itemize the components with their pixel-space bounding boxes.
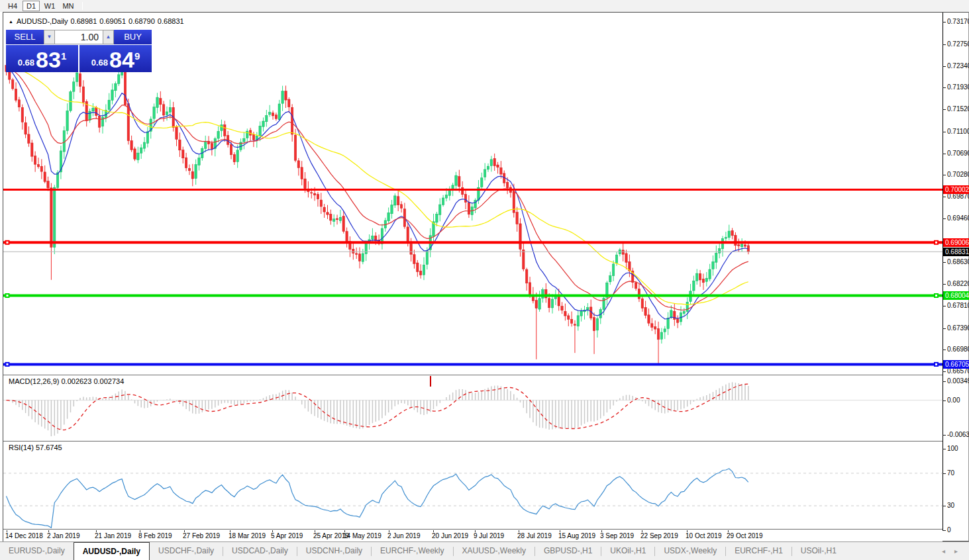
price-tick-label: 0.71520 [947, 105, 969, 113]
price-tick-label: 0.70690 [947, 150, 969, 157]
price-level-badge: 0.68004 [943, 291, 969, 300]
tab-usdx-weekly[interactable]: USDX-,Weekly [655, 542, 725, 560]
date-label: 18 Mar 2019 [229, 532, 266, 539]
timeframe-button-w1[interactable]: W1 [41, 1, 58, 11]
tab-scroll-right-icon[interactable]: ▸ [950, 547, 962, 555]
macd-signal-line [7, 384, 748, 430]
chart-symbol: AUDUSD-,Daily [17, 17, 68, 25]
date-label: 10 Oct 2019 [686, 532, 721, 539]
date-label: 8 Feb 2019 [138, 532, 172, 539]
price-tick-dash [943, 175, 946, 175]
price-tick-label: 0.72340 [947, 62, 969, 70]
sell-button[interactable]: SELL [6, 30, 44, 44]
date-label: 5 Apr 2019 [271, 532, 303, 539]
price-tick-label: 0.68220 [947, 280, 969, 287]
tab-usdcnh-daily[interactable]: USDCNH-,Daily [297, 542, 371, 560]
sell-price-main: 83 [36, 50, 61, 70]
ma-slow [7, 68, 748, 305]
buy-button[interactable]: BUY [114, 30, 152, 44]
tab-eurchf-h1[interactable]: EURCHF-,H1 [726, 542, 791, 560]
toolbar-separator [82, 2, 83, 10]
rsi-tick-dash [943, 449, 946, 449]
volume-input[interactable] [55, 30, 103, 44]
sell-price-button[interactable]: 0.68831 [6, 45, 78, 72]
tab-usoil-h1[interactable]: USOil-,H1 [792, 542, 845, 560]
ohlc-close: 0.68831 [158, 17, 184, 25]
timeframe-toolbar: H4D1W1MN [0, 0, 969, 12]
price-tick-dash [943, 44, 946, 45]
price-level-badge: 0.69006 [943, 238, 969, 247]
rsi-tick-label: 70 [947, 469, 954, 477]
macd-tick-dash [943, 400, 946, 401]
price-tick-label: 0.67390 [947, 324, 969, 332]
timeframe-button-d1[interactable]: D1 [23, 1, 40, 11]
timeframe-button-h4[interactable]: H4 [4, 1, 21, 11]
buy-price-button[interactable]: 0.68849 [79, 45, 152, 72]
date-label: 29 Oct 2019 [727, 532, 762, 539]
price-axis-line [943, 13, 943, 530]
rsi-canvas[interactable] [3, 441, 943, 530]
date-label: 9 Jul 2019 [474, 532, 504, 539]
date-label: 21 Jan 2019 [95, 532, 131, 539]
price-tick-dash [943, 284, 946, 285]
bid-price-badge: 0.68831 [943, 248, 969, 256]
tab-ukoil-h1[interactable]: UKOil-,H1 [601, 542, 654, 560]
tab-eurusd-daily[interactable]: EURUSD-,Daily [0, 542, 74, 560]
one-click-trade-panel: SELL ▼ ▲ BUY 0.68831 0.68849 [6, 30, 152, 72]
rsi-line [7, 469, 748, 528]
buy-price-pip: 9 [134, 50, 140, 62]
panel-divider-macd[interactable] [3, 375, 943, 376]
ohlc-low: 0.68790 [128, 17, 155, 25]
macd-canvas[interactable] [3, 375, 943, 441]
volume-increase-button[interactable]: ▲ [103, 30, 114, 44]
rsi-tick-dash [943, 506, 946, 506]
price-tick-label: 0.69460 [947, 214, 969, 222]
date-label: 2 Jan 2019 [47, 532, 80, 539]
chart-window: 0.731700.727500.723400.719300.715200.711… [3, 12, 969, 541]
price-tick-label: 0.72750 [947, 40, 969, 48]
tab-scroll-arrows: ◂▸ [937, 542, 969, 560]
tab-audusd-daily[interactable]: AUDUSD-,Daily [74, 542, 150, 560]
tab-eurchf-weekly[interactable]: EURCHF-,Weekly [372, 542, 452, 560]
date-label: 14 May 2019 [343, 532, 382, 539]
rsi-label: RSI(14) 57.6745 [9, 443, 62, 451]
macd-tick-label: 0.00 [947, 397, 960, 404]
date-axis[interactable]: 14 Dec 20182 Jan 201921 Jan 20198 Feb 20… [3, 530, 943, 542]
tab-usdchf-daily[interactable]: USDCHF-,Daily [150, 542, 223, 560]
price-tick-dash [943, 350, 946, 350]
price-level-badge: 0.70002 [943, 185, 969, 194]
rsi-tick-dash [943, 473, 946, 474]
symbol-tab-bar: EURUSD-,DailyAUDUSD-,DailyUSDCHF-,DailyU… [0, 541, 969, 560]
tab-gbpusd-h1[interactable]: GBPUSD-,H1 [535, 542, 601, 560]
volume-decrease-button[interactable]: ▼ [44, 30, 55, 44]
price-level-badge: 0.66705 [943, 360, 969, 369]
date-label: 27 Feb 2019 [183, 532, 220, 539]
price-tick-dash [943, 197, 946, 197]
macd-tick-label: -0.00637 [947, 431, 969, 438]
macd-tick-dash [943, 381, 946, 382]
price-tick-label: 0.67810 [947, 302, 969, 309]
price-tick-label: 0.71930 [947, 83, 969, 91]
price-tick-dash [943, 371, 946, 372]
ohlc-open: 0.68981 [71, 17, 97, 25]
price-tick-dash [943, 218, 946, 219]
ma-medium [7, 68, 748, 310]
macd-tick-label: 0.00349 [947, 377, 969, 385]
tab-xauusd-weekly[interactable]: XAUUSD-,Weekly [454, 542, 535, 560]
date-label: 2 Jun 2019 [387, 532, 421, 539]
tab-usdcad-daily[interactable]: USDCAD-,Daily [223, 542, 297, 560]
tab-scroll-left-icon[interactable]: ◂ [937, 547, 950, 555]
trade-panel-toggle-icon[interactable]: ▲ [9, 19, 13, 24]
chart-title: ▲AUDUSD-,Daily0.689810.690510.687900.688… [9, 17, 187, 25]
rsi-tick-label: 0 [947, 526, 951, 534]
timeframe-button-mn[interactable]: MN [60, 1, 77, 11]
panel-divider-rsi[interactable] [3, 441, 943, 442]
price-tick-label: 0.73170 [947, 18, 969, 25]
buy-price-main: 84 [109, 50, 134, 70]
price-tick-dash [943, 66, 946, 67]
rsi-tick-label: 30 [947, 502, 954, 509]
sell-price-prefix: 0.68 [18, 56, 34, 70]
rsi-tick-label: 100 [947, 445, 958, 452]
price-tick-dash [943, 328, 946, 329]
ma-fast [7, 68, 748, 319]
